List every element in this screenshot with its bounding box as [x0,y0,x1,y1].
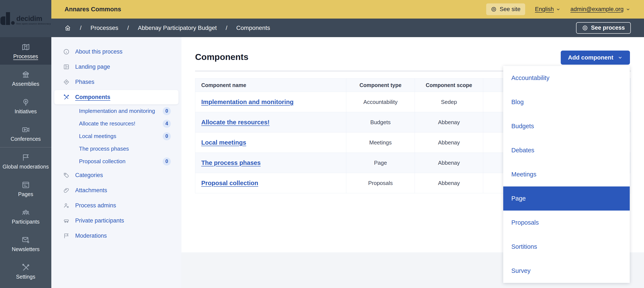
subnav-item-phases[interactable]: Phases [51,74,182,90]
organization-name: Annares Commons [64,6,121,13]
component-name-link[interactable]: Proposal collection [201,180,258,187]
component-link-label: The process phases [79,146,129,152]
component-name-link[interactable]: Allocate the resources! [201,119,270,126]
user-menu[interactable]: admin@example.org [570,6,630,13]
tag-icon [63,172,70,179]
info-icon [63,48,70,55]
add-component-button[interactable]: Add component [561,51,630,65]
component-scope-cell: Abbenay [415,132,483,153]
private-group-icon [63,217,70,224]
subnav-item-label: Attachments [75,187,107,194]
menu-item-budgets[interactable]: Budgets [503,114,630,138]
logo-tagline: free open-source democracy [16,22,51,25]
sidebar-item-label: Initiatives [13,109,38,114]
page-icon [21,181,30,189]
breadcrumb-bar: / Processes / Abbenay Participatory Budg… [51,19,644,37]
subnav-item-private-participants[interactable]: Private participants [51,213,182,228]
menu-item-sortitions[interactable]: Sortitions [503,235,630,259]
subnav-item-label: Private participants [75,217,124,224]
breadcrumb-processes[interactable]: Processes [90,25,118,31]
see-process-button[interactable]: See process [576,22,631,34]
component-link-label: Implementation and monitoring [79,108,155,114]
component-link-label: Local meetings [79,133,116,139]
sidebar-item-participants[interactable]: Participants [0,202,51,230]
sidebar-item-newsletters[interactable]: Newsletters [0,230,51,257]
component-link-label: Allocate the resources! [79,120,135,127]
menu-item-meetings[interactable]: Meetings [503,162,630,187]
chevron-down-icon [618,55,623,60]
mail-add-icon [21,235,30,244]
layout-icon [63,64,70,70]
sidebar-item-processes[interactable]: Processes [0,37,51,65]
component-scope-cell: Abbenay [415,173,483,193]
subnav-item-about[interactable]: About this process [51,44,182,59]
decidim-logo[interactable]: decidim free open-source democracy [0,0,51,37]
home-icon[interactable] [64,25,71,31]
menu-item-proposals[interactable]: Proposals [503,211,630,235]
sidebar-item-label: Conferences [9,136,42,142]
subnav-item-attachments[interactable]: Attachments [51,183,182,198]
group-icon [21,208,30,217]
lightbulb-icon [21,98,30,107]
menu-item-accountability[interactable]: Accountability [503,66,630,90]
menu-item-survey[interactable]: Survey [503,259,630,283]
subnav-component-allocate[interactable]: Allocate the resources! 4 [51,117,182,130]
sidebar-item-global-moderations[interactable]: Global moderations [0,148,51,175]
menu-item-blog[interactable]: Blog [503,90,630,114]
breadcrumb-separator: / [127,25,129,31]
sidebar-item-initiatives[interactable]: Initiatives [0,92,51,120]
sidebar-item-assemblies[interactable]: Assemblies [0,65,51,92]
subnav-item-categories[interactable]: Categories [51,168,182,183]
sidebar-item-settings[interactable]: Settings [0,257,51,285]
page-title: Components [195,52,248,62]
column-component-scope: Component scope [415,78,483,92]
breadcrumb: / Processes / Abbenay Participatory Budg… [64,25,270,31]
eye-icon [582,25,588,31]
eye-icon [491,7,497,12]
subnav-item-label: About this process [75,48,122,55]
subnav-component-process-phases[interactable]: The process phases [51,142,182,155]
subnav-component-proposal-collection[interactable]: Proposal collection 0 [51,155,182,168]
see-process-label: See process [591,25,625,31]
component-type-cell: Budgets [346,112,415,132]
flag-icon [21,153,30,162]
count-badge: 0 [163,158,171,166]
phases-icon [63,79,70,85]
breadcrumb-separator: / [80,25,82,31]
sidebar-item-label: Pages [17,191,34,197]
subnav-item-label: Landing page [75,64,110,70]
count-badge: 0 [163,107,171,115]
subnav-item-components[interactable]: Components [54,90,178,104]
process-subnav: About this process Landing page Phases C… [51,37,182,288]
column-component-name: Component name [195,78,346,92]
count-badge: 0 [163,132,171,140]
sidebar-item-pages[interactable]: Pages [0,175,51,202]
component-name-link[interactable]: Implementation and monitoring [201,99,294,105]
subnav-component-local-meetings[interactable]: Local meetings 0 [51,130,182,142]
sidebar-item-label: Participants [10,219,41,224]
language-selector[interactable]: English [535,6,561,13]
subnav-item-landing-page[interactable]: Landing page [51,59,182,74]
flag-icon [63,233,70,239]
breadcrumb-components[interactable]: Components [236,25,270,31]
subnav-item-process-admins[interactable]: Process admins [51,198,182,213]
menu-item-debates[interactable]: Debates [503,138,630,162]
subnav-item-moderations[interactable]: Moderations [51,228,182,243]
subnav-component-implementation[interactable]: Implementation and monitoring 0 [51,105,182,117]
tools-icon [21,263,30,272]
sidebar-item-label: Assemblies [11,81,41,87]
breadcrumb-process-name[interactable]: Abbenay Participatory Budget [138,25,216,31]
component-name-link[interactable]: The process phases [201,159,261,166]
menu-item-page[interactable]: Page [503,187,630,211]
see-site-button[interactable]: See site [486,4,525,15]
component-type-cell: Meetings [346,132,415,153]
top-bar: Annares Commons See site English admin@e… [51,0,644,19]
component-scope-cell: Sedep [415,92,483,112]
see-site-label: See site [500,6,520,13]
count-badge: 4 [163,120,171,128]
subnav-item-label: Categories [75,172,103,179]
subnav-item-label: Phases [75,79,94,85]
sidebar-item-conferences[interactable]: Conferences [0,120,51,147]
map-icon [21,43,30,52]
component-name-link[interactable]: Local meetings [201,139,246,146]
